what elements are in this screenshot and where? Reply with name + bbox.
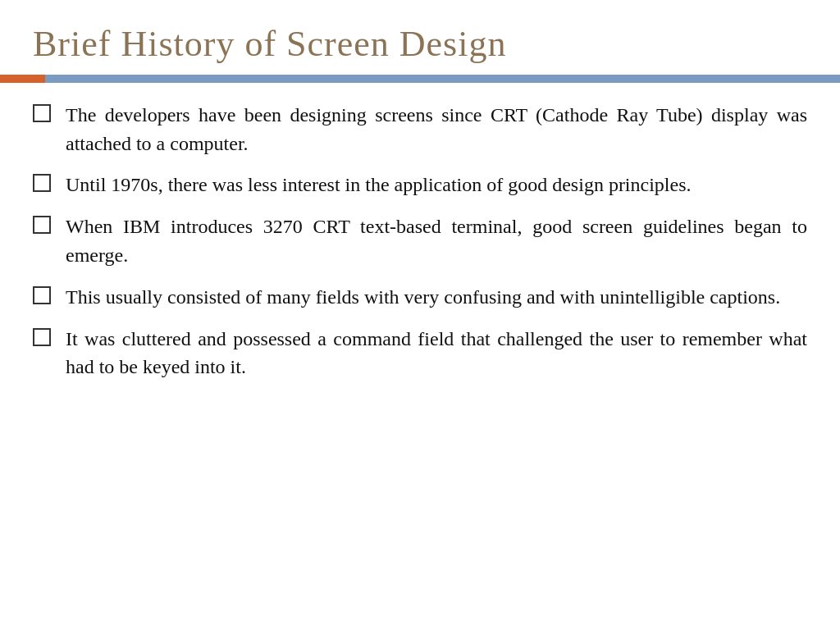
bullet-item-1: The developers have been designing scree… bbox=[33, 101, 807, 158]
title-area: Brief History of Screen Design bbox=[0, 0, 840, 66]
accent-orange-bar bbox=[0, 75, 45, 83]
bullet-text-4: This usually consisted of many fields wi… bbox=[66, 283, 807, 312]
bullet-text-1: The developers have been designing scree… bbox=[66, 101, 807, 158]
bullet-checkbox-5 bbox=[33, 328, 51, 346]
bullet-item-4: This usually consisted of many fields wi… bbox=[33, 283, 807, 312]
bullet-checkbox-2 bbox=[33, 174, 51, 192]
content-area: The developers have been designing scree… bbox=[0, 83, 840, 630]
accent-bar bbox=[0, 75, 840, 83]
bullet-text-5: It was cluttered and possessed a command… bbox=[66, 325, 807, 382]
bullet-item-3: When IBM introduces 3270 CRT text-based … bbox=[33, 212, 807, 270]
bullet-item-5: It was cluttered and possessed a command… bbox=[33, 325, 807, 382]
accent-blue-bar bbox=[45, 75, 840, 83]
bullet-checkbox-3 bbox=[33, 216, 51, 234]
slide-title: Brief History of Screen Design bbox=[33, 23, 807, 66]
bullet-checkbox-4 bbox=[33, 286, 51, 304]
bullet-text-3: When IBM introduces 3270 CRT text-based … bbox=[66, 212, 807, 270]
slide-container: Brief History of Screen Design The devel… bbox=[0, 0, 840, 630]
bullet-checkbox-1 bbox=[33, 104, 51, 122]
bullet-list: The developers have been designing scree… bbox=[33, 101, 807, 381]
bullet-item-2: Until 1970s, there was less interest in … bbox=[33, 171, 807, 199]
bullet-text-2: Until 1970s, there was less interest in … bbox=[66, 171, 807, 199]
